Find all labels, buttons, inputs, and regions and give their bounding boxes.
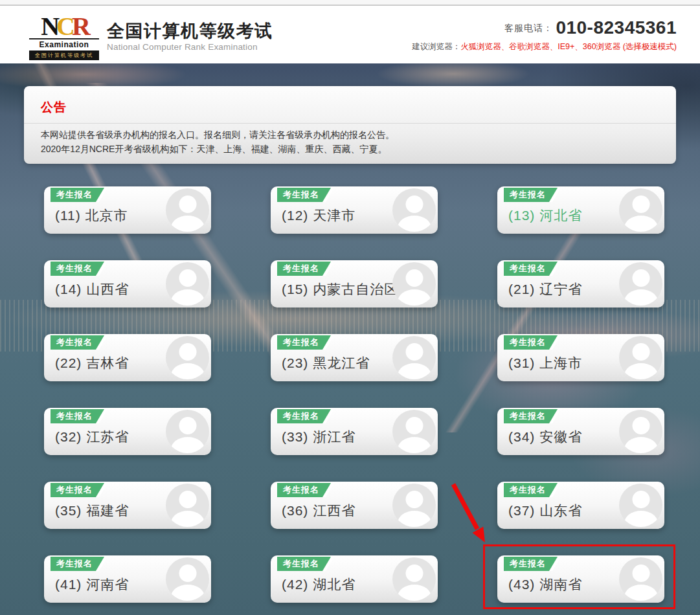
avatar-shoulders bbox=[398, 216, 431, 232]
province-card[interactable]: 考生报名 (34) 安徽省 bbox=[497, 408, 664, 455]
person-avatar-icon bbox=[166, 410, 209, 453]
badge-label: 考生报名 bbox=[277, 557, 331, 571]
avatar-head bbox=[632, 343, 649, 361]
province-card[interactable]: 考生报名 (15) 内蒙古自治区 bbox=[271, 260, 438, 308]
notice-body: 本网站提供各省级承办机构的报名入口。报名细则，请关注各省级承办机构的报名公告。 … bbox=[41, 128, 394, 156]
person-avatar-icon bbox=[166, 484, 209, 527]
person-avatar-icon bbox=[619, 188, 662, 232]
province-label: (23) 黑龙江省 bbox=[282, 354, 370, 372]
page-root: { "header": { "logo": { "ncr": {"n": "N"… bbox=[0, 0, 700, 615]
person-avatar-icon bbox=[392, 484, 436, 527]
avatar-shoulders bbox=[398, 585, 431, 601]
badge-label: 考生报名 bbox=[504, 483, 558, 497]
avatar-shoulders bbox=[171, 289, 205, 306]
browser-advice-row: 建议浏览器：火狐浏览器、谷歌浏览器、IE9+、360浏览器 (选择极速模式) bbox=[412, 41, 677, 52]
province-card[interactable]: 考生报名 (22) 吉林省 bbox=[44, 334, 211, 381]
province-card[interactable]: 考生报名 (14) 山西省 bbox=[44, 260, 211, 308]
badge-label: 考生报名 bbox=[504, 335, 558, 350]
notice-title: 公告 bbox=[41, 99, 67, 116]
candidate-registration-badge: 考生报名 bbox=[277, 188, 334, 202]
badge-label: 考生报名 bbox=[51, 335, 104, 350]
site-title-cn: 全国计算机等级考试 bbox=[107, 21, 273, 41]
badge-label: 考生报名 bbox=[277, 188, 331, 202]
candidate-registration-badge: 考生报名 bbox=[277, 262, 334, 276]
candidate-registration-badge: 考生报名 bbox=[504, 409, 561, 423]
ncr-letters: NCR bbox=[29, 16, 99, 38]
avatar-head bbox=[632, 417, 649, 434]
badge-label: 考生报名 bbox=[504, 188, 558, 202]
top-border-strip bbox=[0, 0, 700, 6]
person-avatar-icon bbox=[166, 557, 209, 601]
province-label: (13) 河北省 bbox=[508, 207, 582, 225]
province-card[interactable]: 考生报名 (41) 河南省 bbox=[44, 555, 211, 603]
avatar-head bbox=[405, 196, 423, 213]
candidate-registration-badge: 考生报名 bbox=[51, 483, 107, 497]
ncre-logo[interactable]: NCR Examination 全国计算机等级考试 全国计算机等级考试 Nati… bbox=[29, 16, 273, 60]
province-card[interactable]: 考生报名 (32) 江苏省 bbox=[44, 408, 211, 455]
notice-line-2: 2020年12月NCRE开考省级机构如下：天津、上海、福建、湖南、重庆、西藏、宁… bbox=[41, 142, 394, 156]
province-label: (14) 山西省 bbox=[55, 280, 129, 298]
candidate-registration-badge: 考生报名 bbox=[277, 557, 334, 571]
site-title-en: National Computer Rank Examination bbox=[107, 42, 273, 52]
candidate-registration-badge: 考生报名 bbox=[51, 262, 107, 276]
badge-label: 考生报名 bbox=[51, 262, 104, 276]
avatar-shoulders bbox=[398, 437, 431, 453]
avatar-shoulders bbox=[398, 363, 431, 379]
service-phone-label: 客服电话： bbox=[504, 23, 553, 33]
avatar-head bbox=[632, 196, 649, 213]
avatar-head bbox=[405, 269, 423, 287]
avatar-head bbox=[405, 491, 423, 508]
province-label: (31) 上海市 bbox=[508, 354, 582, 372]
candidate-registration-badge: 考生报名 bbox=[51, 188, 107, 202]
province-grid: 考生报名 (11) 北京市 考生报名 (12) 天津市 考生报名 (13) 河北… bbox=[44, 186, 664, 603]
person-avatar-icon bbox=[166, 336, 209, 379]
province-label: (11) 北京市 bbox=[55, 207, 128, 225]
badge-label: 考生报名 bbox=[277, 262, 331, 276]
avatar-shoulders bbox=[624, 216, 658, 232]
province-label: (35) 福建省 bbox=[55, 502, 129, 520]
province-card[interactable]: 考生报名 (31) 上海市 bbox=[497, 334, 664, 381]
avatar-shoulders bbox=[398, 511, 431, 527]
avatar-shoulders bbox=[624, 437, 658, 453]
province-card[interactable]: 考生报名 (13) 河北省 bbox=[497, 186, 664, 234]
candidate-registration-badge: 考生报名 bbox=[504, 483, 561, 497]
notice-divider bbox=[24, 123, 676, 124]
province-card[interactable]: 考生报名 (11) 北京市 bbox=[44, 186, 211, 234]
avatar-shoulders bbox=[171, 437, 205, 453]
province-card[interactable]: 考生报名 (21) 辽宁省 bbox=[497, 260, 664, 308]
person-avatar-icon bbox=[392, 336, 436, 379]
badge-label: 考生报名 bbox=[277, 483, 331, 497]
avatar-head bbox=[405, 343, 423, 361]
red-arrow-annotation bbox=[440, 476, 499, 550]
province-card[interactable]: 考生报名 (42) 湖北省 bbox=[271, 555, 438, 603]
person-avatar-icon bbox=[392, 410, 436, 453]
logo-examination-text: Examination bbox=[29, 38, 99, 49]
avatar-head bbox=[179, 417, 196, 434]
person-avatar-icon bbox=[392, 262, 436, 306]
province-card[interactable]: 考生报名 (35) 福建省 bbox=[44, 482, 211, 529]
province-card[interactable]: 考生报名 (23) 黑龙江省 bbox=[271, 334, 438, 381]
avatar-head bbox=[179, 196, 196, 213]
avatar-head bbox=[405, 417, 423, 434]
avatar-shoulders bbox=[624, 511, 658, 527]
province-label: (37) 山东省 bbox=[508, 502, 582, 520]
badge-label: 考生报名 bbox=[51, 557, 104, 571]
province-card[interactable]: 考生报名 (37) 山东省 bbox=[497, 482, 664, 529]
province-card[interactable]: 考生报名 (36) 江西省 bbox=[271, 482, 438, 529]
avatar-head bbox=[632, 491, 649, 508]
candidate-registration-badge: 考生报名 bbox=[51, 335, 107, 350]
notice-panel: 公告 本网站提供各省级承办机构的报名入口。报名细则，请关注各省级承办机构的报名公… bbox=[24, 86, 676, 164]
badge-label: 考生报名 bbox=[51, 483, 104, 497]
badge-label: 考生报名 bbox=[504, 262, 558, 276]
avatar-shoulders bbox=[171, 511, 205, 527]
badge-label: 考生报名 bbox=[51, 188, 104, 202]
avatar-shoulders bbox=[171, 363, 205, 379]
province-card[interactable]: 考生报名 (12) 天津市 bbox=[271, 186, 438, 234]
province-card[interactable]: 考生报名 (33) 浙江省 bbox=[271, 408, 438, 455]
browser-advice-list: 火狐浏览器、谷歌浏览器、IE9+、360浏览器 (选择极速模式) bbox=[460, 42, 677, 51]
avatar-shoulders bbox=[624, 289, 658, 306]
person-avatar-icon bbox=[619, 410, 662, 453]
site-header: NCR Examination 全国计算机等级考试 全国计算机等级考试 Nati… bbox=[0, 6, 700, 63]
candidate-registration-badge: 考生报名 bbox=[504, 335, 561, 350]
candidate-registration-badge: 考生报名 bbox=[51, 409, 107, 423]
